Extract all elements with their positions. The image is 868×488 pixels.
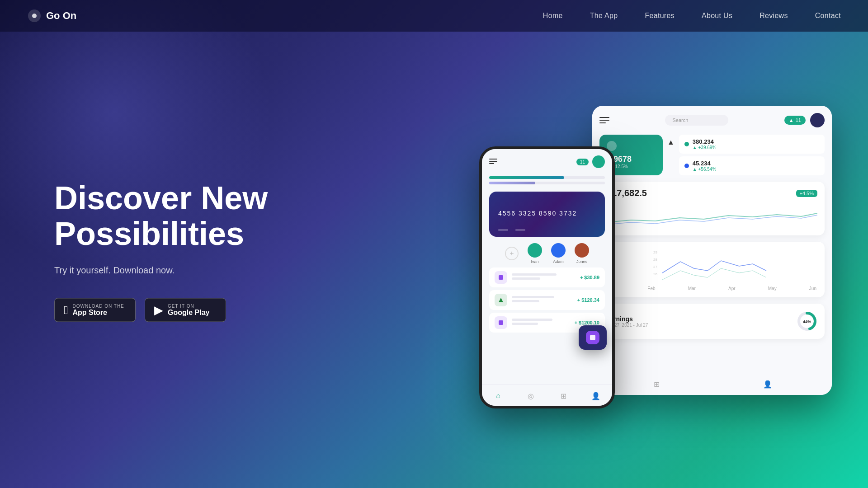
svg-text:26: 26 xyxy=(653,272,657,276)
hero-section: Go On Home The App Features About Us Rev… xyxy=(0,0,868,488)
main-chart-card: 29 28 27 26 Jan Feb Mar Apr May Jun xyxy=(599,242,825,297)
card-number: 4556 3325 8590 3732 xyxy=(498,210,596,217)
play-store-label: GET IT ON xyxy=(168,304,209,309)
brand-name: Go On xyxy=(46,10,76,22)
svg-marker-10 xyxy=(499,298,503,302)
stats-row: 1.9678 ▲ +12.5% ▲ 380.234 ▲ +39.69% xyxy=(599,135,825,175)
phone-bottom-nav: ⌂ ◎ ⊞ 👤 xyxy=(482,385,612,406)
nav-about-us[interactable]: About Us xyxy=(702,12,732,19)
logo[interactable]: Go On xyxy=(27,9,76,23)
svg-rect-9 xyxy=(499,275,503,280)
transaction-1: + $30.89 xyxy=(489,267,605,287)
svg-rect-12 xyxy=(590,335,595,340)
svg-text:29: 29 xyxy=(653,250,657,254)
avatar-adam: Adam xyxy=(551,243,566,264)
phone-transactions: + $30.89 + $120.34 xyxy=(482,267,612,333)
app-store-button[interactable]:  Download on the App Store xyxy=(54,298,136,322)
play-store-name: Google Play xyxy=(168,309,209,317)
avatar-ivan: Ivan xyxy=(528,243,542,264)
svg-rect-11 xyxy=(499,320,503,325)
nav-links: Home The App Features About Us Reviews C… xyxy=(543,12,841,20)
svg-text:44%: 44% xyxy=(803,319,811,324)
tablet-header: Search ▲ 11 xyxy=(599,113,825,127)
phone-nav-chart[interactable]: ◎ xyxy=(524,389,537,402)
tablet-nav-user[interactable]: 👤 xyxy=(761,378,774,390)
stat-dot-1 xyxy=(684,142,689,146)
revenue-badge: +4.5% xyxy=(796,190,818,197)
svg-point-1 xyxy=(32,14,37,18)
phone-nav-user[interactable]: 👤 xyxy=(590,389,602,402)
phone-mockup: 11 xyxy=(479,146,615,408)
txn-amount-2: + $120.34 xyxy=(577,297,599,303)
stat-sub-2: ▲ +39.69% xyxy=(693,145,716,150)
txn-icon-1 xyxy=(495,271,507,284)
app-store-name: App Store xyxy=(73,309,124,317)
avatar-jones: Jones xyxy=(575,243,589,264)
nav-the-app[interactable]: The App xyxy=(590,12,618,19)
phone-progress-section xyxy=(482,173,612,192)
revenue-card: $17,682.5 +4.5% xyxy=(599,182,825,235)
add-contact-button[interactable]: + xyxy=(505,247,519,260)
stat-num-3: 45.234 xyxy=(693,160,716,167)
transaction-2: + $120.34 xyxy=(489,290,605,310)
notification-badge[interactable]: ▲ 11 xyxy=(784,116,806,125)
svg-text:27: 27 xyxy=(653,265,657,269)
hamburger-menu[interactable] xyxy=(599,117,609,123)
trend-arrow: ▲ xyxy=(667,138,675,146)
txn-icon-3 xyxy=(495,316,507,329)
txn-amount-3: + $1200.10 xyxy=(575,320,599,325)
phone-nav-home[interactable]: ⌂ xyxy=(492,389,505,402)
nav-contact[interactable]: Contact xyxy=(815,12,841,19)
svg-text:28: 28 xyxy=(653,258,657,262)
tablet-mockup: Search ▲ 11 1.9678 ▲ +12.5% xyxy=(592,106,832,395)
stat-sub-3: ▲ +56.54% xyxy=(693,167,716,172)
float-icon xyxy=(586,331,599,344)
stat-item-1: 380.234 ▲ +39.69% xyxy=(679,135,825,154)
apple-icon:  xyxy=(64,303,68,317)
phone-nav-grid[interactable]: ⊞ xyxy=(557,389,570,402)
tablet-search[interactable]: Search xyxy=(665,115,728,126)
phone-badge: 11 xyxy=(576,159,589,165)
app-store-label: Download on the xyxy=(73,304,124,309)
earnings-card: Earnings Jun 27, 2021 - Jul 27 44% xyxy=(599,304,825,339)
float-card xyxy=(579,325,607,350)
nav-reviews[interactable]: Reviews xyxy=(760,12,788,19)
revenue-mini-chart xyxy=(607,202,817,229)
nav-home[interactable]: Home xyxy=(543,12,563,19)
tablet-nav-grid[interactable]: ⊞ xyxy=(651,378,663,390)
nav-features[interactable]: Features xyxy=(645,12,675,19)
phone-hamburger[interactable] xyxy=(489,159,497,165)
chart-axis: Jan Feb Mar Apr May Jun xyxy=(606,286,818,291)
mockups-container: Search ▲ 11 1.9678 ▲ +12.5% xyxy=(479,92,832,408)
phone-avatars: + Ivan Adam Jones xyxy=(482,237,612,267)
download-buttons:  Download on the App Store ▶ GET IT ON … xyxy=(54,298,268,322)
stat-dot-2 xyxy=(684,164,689,168)
hero-content: Discover New Possibilities Try it yourse… xyxy=(54,180,268,322)
tablet-avatar[interactable] xyxy=(810,113,825,127)
stat-num-2: 380.234 xyxy=(693,138,716,145)
tablet-bottom-nav: ⊞ 👤 xyxy=(592,378,832,390)
google-play-icon: ▶ xyxy=(154,303,163,317)
hero-subtitle: Try it yourself. Download now. xyxy=(54,265,268,276)
txn-icon-2 xyxy=(495,294,507,306)
credit-card: 4556 3325 8590 3732 xyxy=(489,192,605,237)
play-store-button[interactable]: ▶ GET IT ON Google Play xyxy=(145,298,226,322)
hero-title: Discover New Possibilities xyxy=(54,180,268,252)
navbar: Go On Home The App Features About Us Rev… xyxy=(0,0,868,32)
txn-amount-1: + $30.89 xyxy=(580,275,599,280)
donut-chart: 44% xyxy=(796,310,818,333)
phone-avatar xyxy=(592,155,605,168)
stat-item-2: 45.234 ▲ +56.54% xyxy=(679,156,825,175)
stats-list: 380.234 ▲ +39.69% 45.234 ▲ +56.54% xyxy=(679,135,825,175)
phone-header: 11 xyxy=(482,149,612,173)
